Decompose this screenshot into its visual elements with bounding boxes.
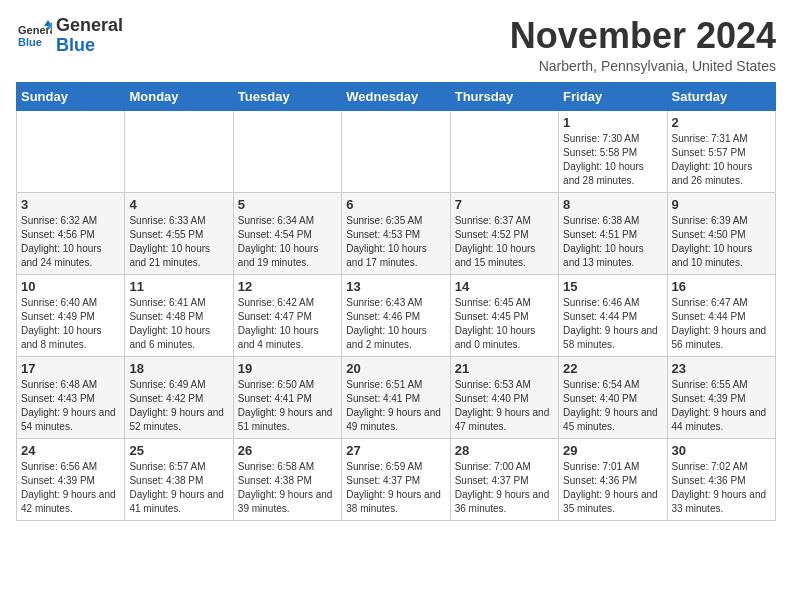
day-info: Sunrise: 7:02 AM Sunset: 4:36 PM Dayligh… [672, 460, 771, 516]
day-info: Sunrise: 6:42 AM Sunset: 4:47 PM Dayligh… [238, 296, 337, 352]
calendar-header-row: SundayMondayTuesdayWednesdayThursdayFrid… [17, 82, 776, 110]
day-number: 22 [563, 361, 662, 376]
day-info: Sunrise: 6:53 AM Sunset: 4:40 PM Dayligh… [455, 378, 554, 434]
day-number: 21 [455, 361, 554, 376]
day-info: Sunrise: 6:57 AM Sunset: 4:38 PM Dayligh… [129, 460, 228, 516]
day-number: 30 [672, 443, 771, 458]
day-number: 29 [563, 443, 662, 458]
day-number: 24 [21, 443, 120, 458]
day-number: 5 [238, 197, 337, 212]
day-info: Sunrise: 6:49 AM Sunset: 4:42 PM Dayligh… [129, 378, 228, 434]
day-info: Sunrise: 6:43 AM Sunset: 4:46 PM Dayligh… [346, 296, 445, 352]
calendar-cell: 18Sunrise: 6:49 AM Sunset: 4:42 PM Dayli… [125, 356, 233, 438]
calendar-cell: 10Sunrise: 6:40 AM Sunset: 4:49 PM Dayli… [17, 274, 125, 356]
day-info: Sunrise: 7:01 AM Sunset: 4:36 PM Dayligh… [563, 460, 662, 516]
calendar-week-row: 1Sunrise: 7:30 AM Sunset: 5:58 PM Daylig… [17, 110, 776, 192]
col-header-saturday: Saturday [667, 82, 775, 110]
svg-text:Blue: Blue [18, 36, 42, 48]
calendar-week-row: 10Sunrise: 6:40 AM Sunset: 4:49 PM Dayli… [17, 274, 776, 356]
calendar-cell: 8Sunrise: 6:38 AM Sunset: 4:51 PM Daylig… [559, 192, 667, 274]
day-number: 4 [129, 197, 228, 212]
col-header-sunday: Sunday [17, 82, 125, 110]
calendar-cell [125, 110, 233, 192]
day-number: 25 [129, 443, 228, 458]
calendar-cell: 21Sunrise: 6:53 AM Sunset: 4:40 PM Dayli… [450, 356, 558, 438]
logo-icon: General Blue [16, 18, 52, 54]
day-number: 23 [672, 361, 771, 376]
day-number: 20 [346, 361, 445, 376]
logo-text: General Blue [56, 16, 123, 56]
calendar-cell: 5Sunrise: 6:34 AM Sunset: 4:54 PM Daylig… [233, 192, 341, 274]
calendar-cell: 29Sunrise: 7:01 AM Sunset: 4:36 PM Dayli… [559, 438, 667, 520]
day-number: 19 [238, 361, 337, 376]
day-info: Sunrise: 7:31 AM Sunset: 5:57 PM Dayligh… [672, 132, 771, 188]
col-header-tuesday: Tuesday [233, 82, 341, 110]
day-info: Sunrise: 6:47 AM Sunset: 4:44 PM Dayligh… [672, 296, 771, 352]
calendar-cell: 9Sunrise: 6:39 AM Sunset: 4:50 PM Daylig… [667, 192, 775, 274]
day-number: 6 [346, 197, 445, 212]
day-info: Sunrise: 6:51 AM Sunset: 4:41 PM Dayligh… [346, 378, 445, 434]
calendar-title: November 2024 [510, 16, 776, 56]
calendar-cell: 28Sunrise: 7:00 AM Sunset: 4:37 PM Dayli… [450, 438, 558, 520]
col-header-wednesday: Wednesday [342, 82, 450, 110]
day-info: Sunrise: 6:32 AM Sunset: 4:56 PM Dayligh… [21, 214, 120, 270]
day-number: 27 [346, 443, 445, 458]
day-info: Sunrise: 6:33 AM Sunset: 4:55 PM Dayligh… [129, 214, 228, 270]
calendar-week-row: 17Sunrise: 6:48 AM Sunset: 4:43 PM Dayli… [17, 356, 776, 438]
calendar-cell: 24Sunrise: 6:56 AM Sunset: 4:39 PM Dayli… [17, 438, 125, 520]
day-number: 28 [455, 443, 554, 458]
day-info: Sunrise: 6:37 AM Sunset: 4:52 PM Dayligh… [455, 214, 554, 270]
col-header-thursday: Thursday [450, 82, 558, 110]
calendar-cell: 4Sunrise: 6:33 AM Sunset: 4:55 PM Daylig… [125, 192, 233, 274]
calendar-cell: 19Sunrise: 6:50 AM Sunset: 4:41 PM Dayli… [233, 356, 341, 438]
calendar-subtitle: Narberth, Pennsylvania, United States [510, 58, 776, 74]
day-info: Sunrise: 6:58 AM Sunset: 4:38 PM Dayligh… [238, 460, 337, 516]
day-info: Sunrise: 6:45 AM Sunset: 4:45 PM Dayligh… [455, 296, 554, 352]
calendar-cell: 17Sunrise: 6:48 AM Sunset: 4:43 PM Dayli… [17, 356, 125, 438]
day-info: Sunrise: 6:55 AM Sunset: 4:39 PM Dayligh… [672, 378, 771, 434]
calendar-cell: 13Sunrise: 6:43 AM Sunset: 4:46 PM Dayli… [342, 274, 450, 356]
day-info: Sunrise: 6:59 AM Sunset: 4:37 PM Dayligh… [346, 460, 445, 516]
col-header-friday: Friday [559, 82, 667, 110]
calendar-cell [17, 110, 125, 192]
day-info: Sunrise: 6:56 AM Sunset: 4:39 PM Dayligh… [21, 460, 120, 516]
calendar-cell [450, 110, 558, 192]
calendar-cell: 27Sunrise: 6:59 AM Sunset: 4:37 PM Dayli… [342, 438, 450, 520]
day-info: Sunrise: 7:30 AM Sunset: 5:58 PM Dayligh… [563, 132, 662, 188]
day-info: Sunrise: 6:50 AM Sunset: 4:41 PM Dayligh… [238, 378, 337, 434]
day-number: 11 [129, 279, 228, 294]
day-number: 26 [238, 443, 337, 458]
calendar-cell [342, 110, 450, 192]
calendar-cell: 16Sunrise: 6:47 AM Sunset: 4:44 PM Dayli… [667, 274, 775, 356]
day-info: Sunrise: 6:40 AM Sunset: 4:49 PM Dayligh… [21, 296, 120, 352]
calendar-cell: 30Sunrise: 7:02 AM Sunset: 4:36 PM Dayli… [667, 438, 775, 520]
day-number: 14 [455, 279, 554, 294]
calendar-cell: 6Sunrise: 6:35 AM Sunset: 4:53 PM Daylig… [342, 192, 450, 274]
calendar-table: SundayMondayTuesdayWednesdayThursdayFrid… [16, 82, 776, 521]
calendar-week-row: 24Sunrise: 6:56 AM Sunset: 4:39 PM Dayli… [17, 438, 776, 520]
title-block: November 2024 Narberth, Pennsylvania, Un… [510, 16, 776, 74]
calendar-cell: 12Sunrise: 6:42 AM Sunset: 4:47 PM Dayli… [233, 274, 341, 356]
day-number: 12 [238, 279, 337, 294]
day-number: 16 [672, 279, 771, 294]
day-info: Sunrise: 6:46 AM Sunset: 4:44 PM Dayligh… [563, 296, 662, 352]
calendar-cell: 2Sunrise: 7:31 AM Sunset: 5:57 PM Daylig… [667, 110, 775, 192]
calendar-cell: 22Sunrise: 6:54 AM Sunset: 4:40 PM Dayli… [559, 356, 667, 438]
day-info: Sunrise: 6:35 AM Sunset: 4:53 PM Dayligh… [346, 214, 445, 270]
calendar-cell: 23Sunrise: 6:55 AM Sunset: 4:39 PM Dayli… [667, 356, 775, 438]
header: General Blue General Blue November 2024 … [16, 16, 776, 74]
calendar-cell: 15Sunrise: 6:46 AM Sunset: 4:44 PM Dayli… [559, 274, 667, 356]
day-number: 7 [455, 197, 554, 212]
calendar-cell: 3Sunrise: 6:32 AM Sunset: 4:56 PM Daylig… [17, 192, 125, 274]
day-info: Sunrise: 6:38 AM Sunset: 4:51 PM Dayligh… [563, 214, 662, 270]
calendar-cell: 14Sunrise: 6:45 AM Sunset: 4:45 PM Dayli… [450, 274, 558, 356]
col-header-monday: Monday [125, 82, 233, 110]
day-info: Sunrise: 6:39 AM Sunset: 4:50 PM Dayligh… [672, 214, 771, 270]
day-info: Sunrise: 6:54 AM Sunset: 4:40 PM Dayligh… [563, 378, 662, 434]
calendar-cell: 20Sunrise: 6:51 AM Sunset: 4:41 PM Dayli… [342, 356, 450, 438]
calendar-week-row: 3Sunrise: 6:32 AM Sunset: 4:56 PM Daylig… [17, 192, 776, 274]
day-info: Sunrise: 6:34 AM Sunset: 4:54 PM Dayligh… [238, 214, 337, 270]
day-number: 3 [21, 197, 120, 212]
day-number: 17 [21, 361, 120, 376]
day-number: 13 [346, 279, 445, 294]
